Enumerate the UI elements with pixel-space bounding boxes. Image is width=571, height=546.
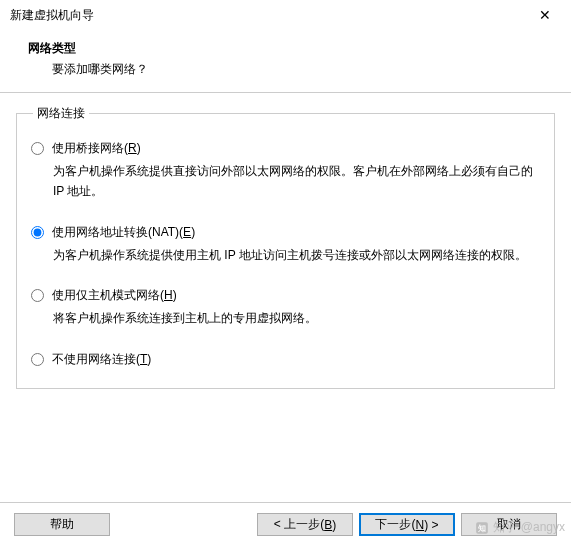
label-none[interactable]: 不使用网络连接(T) — [52, 351, 151, 368]
next-button[interactable]: 下一步(N) > — [359, 513, 455, 536]
radio-nat[interactable] — [31, 226, 44, 239]
desc-nat: 为客户机操作系统提供使用主机 IP 地址访问主机拨号连接或外部以太网网络连接的权… — [53, 245, 540, 265]
back-button[interactable]: < 上一步(B) — [257, 513, 353, 536]
close-button[interactable]: ✕ — [523, 1, 567, 29]
label-hostonly[interactable]: 使用仅主机模式网络(H) — [52, 287, 177, 304]
label-nat[interactable]: 使用网络地址转换(NAT)(E) — [52, 224, 195, 241]
option-none: 不使用网络连接(T) — [31, 351, 540, 368]
network-connection-group: 网络连接 使用桥接网络(R) 为客户机操作系统提供直接访问外部以太网网络的权限。… — [16, 105, 555, 389]
cancel-button[interactable]: 取消 — [461, 513, 557, 536]
option-bridged: 使用桥接网络(R) 为客户机操作系统提供直接访问外部以太网网络的权限。客户机在外… — [31, 140, 540, 202]
label-bridged[interactable]: 使用桥接网络(R) — [52, 140, 141, 157]
wizard-footer: 帮助 < 上一步(B) 下一步(N) > 取消 — [0, 502, 571, 546]
title-bar: 新建虚拟机向导 ✕ — [0, 0, 571, 30]
close-icon: ✕ — [539, 7, 551, 23]
page-subheading: 要添加哪类网络？ — [0, 61, 571, 78]
wizard-header: 网络类型 要添加哪类网络？ — [0, 30, 571, 93]
radio-none[interactable] — [31, 353, 44, 366]
window-title: 新建虚拟机向导 — [10, 7, 94, 24]
desc-bridged: 为客户机操作系统提供直接访问外部以太网网络的权限。客户机在外部网络上必须有自己的… — [53, 161, 540, 202]
help-button[interactable]: 帮助 — [14, 513, 110, 536]
wizard-body: 网络连接 使用桥接网络(R) 为客户机操作系统提供直接访问外部以太网网络的权限。… — [0, 93, 571, 493]
page-heading: 网络类型 — [0, 40, 571, 57]
group-legend: 网络连接 — [33, 105, 89, 122]
option-nat: 使用网络地址转换(NAT)(E) 为客户机操作系统提供使用主机 IP 地址访问主… — [31, 224, 540, 265]
radio-bridged[interactable] — [31, 142, 44, 155]
desc-hostonly: 将客户机操作系统连接到主机上的专用虚拟网络。 — [53, 308, 540, 328]
option-hostonly: 使用仅主机模式网络(H) 将客户机操作系统连接到主机上的专用虚拟网络。 — [31, 287, 540, 328]
radio-hostonly[interactable] — [31, 289, 44, 302]
